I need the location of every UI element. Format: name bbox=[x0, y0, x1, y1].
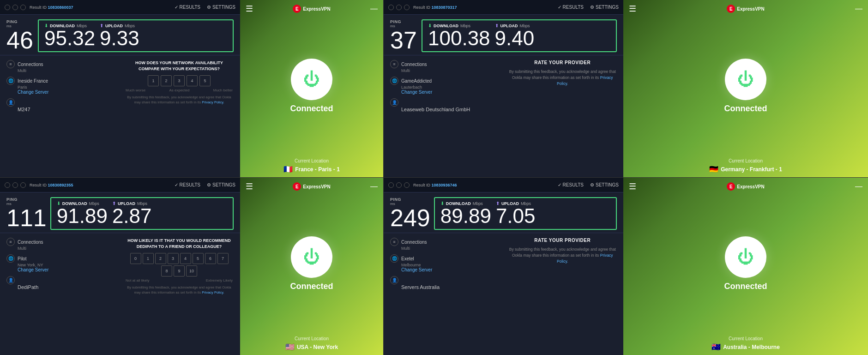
results-btn-br[interactable]: ✓ RESULTS bbox=[558, 182, 584, 187]
power-button-bl[interactable]: ⏻ bbox=[291, 236, 332, 278]
hamburger-menu-br[interactable]: ☰ bbox=[629, 181, 636, 192]
hamburger-menu-tr[interactable]: ☰ bbox=[629, 4, 636, 14]
server-label: Ineside France bbox=[18, 78, 48, 84]
location-name-bl: USA - New York bbox=[297, 344, 338, 350]
results-btn-bl[interactable]: ✓ RESULTS bbox=[175, 182, 200, 187]
connections-info: ≡ Connections Multi bbox=[6, 60, 115, 73]
speedtest-header-br: Result ID 10830936746 ✓ RESULTS ⚙ SETTIN… bbox=[384, 178, 623, 193]
expressvpn-logo-tr: E ExpressVPN bbox=[727, 5, 764, 13]
rating-3b[interactable]: 3 bbox=[168, 253, 179, 264]
isp-name-bl: DediPath bbox=[18, 284, 115, 290]
connections-icon-tr: ≡ bbox=[390, 60, 398, 68]
power-button-tr[interactable]: ⏻ bbox=[725, 59, 766, 100]
rating-8[interactable]: 8 bbox=[161, 265, 172, 277]
gear-icon-tr: ⚙ bbox=[590, 5, 594, 10]
power-button[interactable]: ⏻ bbox=[291, 59, 332, 100]
rating-1b[interactable]: 1 bbox=[143, 253, 154, 264]
results-button[interactable]: ✓ RESULTS bbox=[175, 5, 200, 10]
rating-5b[interactable]: 5 bbox=[193, 253, 204, 264]
power-icon-tr: ⏻ bbox=[737, 71, 754, 88]
change-server-tr[interactable]: Change Server bbox=[401, 90, 499, 95]
location-footer-br: Current Location 🇦🇺 Australia - Melbourn… bbox=[629, 336, 862, 351]
change-server-br[interactable]: Change Server bbox=[401, 267, 499, 272]
minimize-button[interactable]: — bbox=[370, 5, 378, 13]
privacy-link[interactable]: Privacy Policy. bbox=[202, 100, 224, 104]
isp-name-tr: Leaseweb Deutschland GmbH bbox=[401, 107, 499, 112]
window-controls-tr bbox=[388, 5, 410, 10]
expressvpn-icon: E bbox=[293, 5, 301, 13]
change-server-link[interactable]: Change Server bbox=[18, 90, 115, 95]
minimize-btn-bl[interactable]: — bbox=[370, 182, 378, 191]
ping-value-br: 249 bbox=[390, 206, 430, 230]
location-label: Current Location bbox=[246, 158, 378, 163]
isp-icon: 👤 bbox=[6, 98, 15, 107]
vpn-header: ☰ E ExpressVPN — bbox=[246, 4, 378, 14]
rating-1[interactable]: 1 bbox=[148, 75, 159, 86]
results-btn-tr[interactable]: ✓ RESULTS bbox=[558, 5, 584, 10]
dl-value-tr: 100.38 bbox=[428, 28, 490, 48]
ul-value-tr: 9.40 bbox=[495, 28, 535, 48]
provider-text-br: By submitting this feedback, you acknowl… bbox=[508, 247, 617, 264]
location-name-br: Australia - Melbourne bbox=[723, 344, 780, 350]
dl-ul-block: ⬇ DOWNLOAD Mbps 95.32 ⬆ UPLOAD Mbps 9.33 bbox=[38, 19, 234, 52]
survey-notice-bl: By submitting this feedback, you acknowl… bbox=[125, 285, 234, 295]
speedtest-panel-top-right: Result ID 10830870317 ✓ RESULTS ⚙ SETTIN… bbox=[383, 0, 623, 177]
isp-icon-bl: 👤 bbox=[6, 276, 15, 284]
rating-scale: 1 2 3 4 5 bbox=[125, 75, 234, 86]
flag-icon: 🇫🇷 bbox=[283, 165, 293, 174]
settings-btn-tr[interactable]: ⚙ SETTINGS bbox=[590, 5, 619, 10]
server-icon: 🌐 bbox=[6, 77, 15, 85]
location-footer-bl: Current Location 🇺🇸 USA - New York bbox=[246, 336, 378, 351]
rating-4b[interactable]: 4 bbox=[180, 253, 191, 264]
power-button-br[interactable]: ⏻ bbox=[725, 236, 766, 278]
rating-labels-bl: Not at all likely Extremely Likely bbox=[125, 278, 234, 283]
dl-ul-block-bl: ⬇ DOWNLOAD Mbps 91.89 ⬆ UPLOAD Mbps 2.87 bbox=[50, 197, 234, 230]
rating-10[interactable]: 10 bbox=[186, 265, 197, 277]
server-icon-tr: 🌐 bbox=[390, 77, 398, 85]
ping-value-bl: 111 bbox=[6, 206, 47, 230]
header-buttons: ✓ RESULTS ⚙ SETTINGS bbox=[175, 5, 235, 10]
rating-3[interactable]: 3 bbox=[174, 75, 185, 86]
dl-value-bl: 91.89 bbox=[57, 206, 108, 226]
expressvpn-logo: E ExpressVPN bbox=[293, 5, 330, 13]
expressvpn-logo-br: E ExpressVPN bbox=[727, 182, 764, 191]
upload-value: 9.33 bbox=[100, 28, 139, 48]
location-name: France - Paris - 1 bbox=[295, 166, 340, 173]
rating-0[interactable]: 0 bbox=[130, 253, 141, 264]
location-label-tr: Current Location bbox=[629, 158, 862, 163]
dl-ul-block-br: ⬇ DOWNLOAD Mbps 89.89 ⬆ UPLOAD Mbps 7.05 bbox=[434, 197, 617, 230]
rating-4[interactable]: 4 bbox=[187, 75, 198, 86]
rating-9[interactable]: 9 bbox=[174, 265, 185, 277]
location-footer: Current Location 🇫🇷 France - Paris - 1 bbox=[246, 158, 378, 174]
settings-button[interactable]: ⚙ SETTINGS bbox=[207, 5, 235, 10]
speedtest-header-tr: Result ID 10830870317 ✓ RESULTS ⚙ SETTIN… bbox=[384, 0, 623, 15]
power-icon-bl: ⏻ bbox=[303, 249, 320, 265]
ping-value: 46 bbox=[6, 28, 34, 52]
check-icon-bl: ✓ bbox=[175, 182, 178, 187]
hamburger-menu-bl[interactable]: ☰ bbox=[246, 181, 253, 192]
rating-2[interactable]: 2 bbox=[161, 75, 172, 86]
info-col-left: ≡ Connections Multi 🌐 Ineside France Par… bbox=[6, 60, 115, 116]
power-section-tr: ⏻ Connected bbox=[724, 59, 767, 114]
change-server-bl[interactable]: Change Server bbox=[18, 267, 115, 272]
settings-btn-br[interactable]: ⚙ SETTINGS bbox=[590, 182, 619, 187]
settings-btn-bl[interactable]: ⚙ SETTINGS bbox=[207, 182, 235, 187]
minimize-btn-tr[interactable]: — bbox=[855, 5, 862, 13]
ping-block-tr: PING ms 37 bbox=[390, 19, 418, 52]
connections-icon-br: ≡ bbox=[390, 238, 398, 246]
vpn-status-tr: Connected bbox=[724, 104, 767, 114]
ping-block: PING ms 46 bbox=[6, 19, 34, 52]
check-icon-br: ✓ bbox=[558, 182, 561, 187]
hamburger-menu[interactable]: ☰ bbox=[246, 4, 253, 14]
survey-section-bl: HOW LIKELY IS IT THAT YOU WOULD RECOMMEN… bbox=[125, 238, 234, 295]
minimize-btn-br[interactable]: — bbox=[855, 182, 862, 191]
rating-5[interactable]: 5 bbox=[199, 75, 211, 86]
power-section-bl: ⏻ Connected bbox=[290, 236, 333, 291]
metrics-row-tr: PING ms 37 ⬇ DOWNLOAD Mbps 100.38 ⬆ UPLO bbox=[384, 15, 623, 55]
rating-2b[interactable]: 2 bbox=[155, 253, 166, 264]
provider-title-br: RATE YOUR PROVIDER bbox=[508, 238, 617, 243]
privacy-link-bl[interactable]: Privacy Policy. bbox=[202, 290, 224, 295]
rating-6[interactable]: 6 bbox=[205, 253, 216, 264]
rating-7[interactable]: 7 bbox=[217, 253, 229, 264]
server-city: Paris bbox=[18, 85, 115, 90]
